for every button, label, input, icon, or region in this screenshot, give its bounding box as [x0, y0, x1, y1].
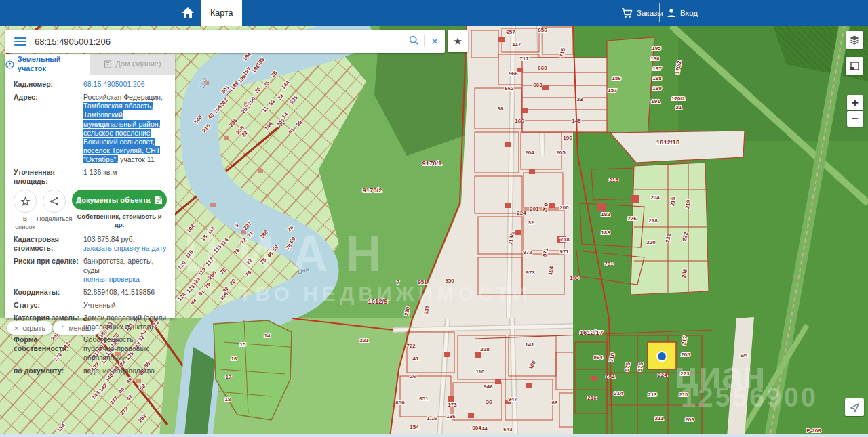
- add-to-list-button[interactable]: В список: [14, 190, 37, 231]
- address-highlighted: Тамбовская область, Тамбовский муниципал…: [83, 102, 160, 163]
- parcel-label: 204: [650, 194, 660, 201]
- order-certificate-link[interactable]: заказать справку на дату: [83, 244, 167, 253]
- parcel-label: 224: [517, 210, 526, 216]
- parcel-label: 173: [448, 402, 457, 408]
- parcel-label: 662: [505, 85, 514, 91]
- parcel-label: 21: [676, 104, 682, 110]
- parcel-label: 947: [508, 396, 517, 402]
- parcel-label: 200: [559, 205, 569, 211]
- area-row: Уточненная площадь: 1 136 кв.м: [14, 168, 167, 186]
- panel-tabs: Земельный участок Дом (здание): [5, 54, 175, 75]
- orders-button[interactable]: Заказы: [621, 0, 663, 26]
- person-icon: [5, 60, 14, 69]
- parcel-label: 226: [627, 215, 637, 222]
- parcel-label: 182: [601, 211, 610, 217]
- watermark-corner-number: 12556900: [681, 382, 818, 412]
- detail-row: Риски при сделке: банкротства, аресты, с…: [14, 257, 167, 283]
- menu-icon[interactable]: [14, 37, 26, 46]
- parcel-label: 663: [533, 82, 542, 88]
- kad-number-label: Кад.номер:: [14, 80, 83, 89]
- documents-block: Документы объекта Собственник, стоимость…: [72, 190, 167, 229]
- parcel-label: 643: [503, 426, 513, 432]
- parcel-label: 156: [612, 75, 621, 81]
- detail-row: Статус: Учтенный: [14, 301, 167, 310]
- parcel-label: 18: [225, 396, 231, 402]
- parcel-label: 26: [410, 373, 416, 379]
- parcel-label: 17: [226, 374, 232, 380]
- parcel-label: 718: [560, 236, 570, 243]
- kad-number-row: Кад.номер: 68:15:4905001:206: [14, 80, 167, 89]
- parcel-label: 972: [523, 249, 532, 255]
- login-label: Вход: [680, 9, 698, 17]
- parcel-label: 215: [609, 177, 618, 183]
- measure-area-button[interactable]: [846, 57, 863, 75]
- parcel-label: 1612/9: [368, 297, 387, 305]
- parcel-label: 654: [606, 374, 615, 380]
- parcel-label: 221: [359, 337, 369, 344]
- parcel-label: 32: [528, 220, 534, 226]
- parcel-label: 218: [648, 217, 658, 224]
- detail-row: Категория земель: Земли поселений (земли…: [14, 314, 167, 331]
- zoom-in-button[interactable]: +: [847, 95, 863, 110]
- parcel-label: 157: [608, 87, 617, 93]
- address-row: Адрес: Российская Федерация, Тамбовская …: [14, 93, 167, 164]
- home-button[interactable]: [176, 0, 199, 26]
- parcel-label: 214: [614, 390, 623, 396]
- parcel-label: 16: [231, 356, 237, 362]
- parcel-label: 216: [587, 395, 597, 401]
- parcel-label: 195: [652, 45, 661, 51]
- parcel-label: 657: [506, 29, 515, 35]
- favorite-star-button[interactable]: ★: [448, 30, 468, 52]
- cart-icon: [621, 8, 633, 18]
- tab-house-building[interactable]: Дом (здание): [90, 54, 175, 75]
- parcel-label: 98: [498, 106, 504, 112]
- login-button[interactable]: Вход: [667, 0, 698, 26]
- user-icon: [667, 8, 676, 18]
- parcel-label: 656: [538, 27, 547, 33]
- parcel-label: 204: [525, 150, 534, 156]
- parcel-label: 7: [397, 279, 400, 285]
- address-value: Российская Федерация, Тамбовская область…: [83, 93, 167, 164]
- panel-actions: В список Поделиться Документы объекта Со…: [14, 190, 167, 231]
- parcel-label: 205: [681, 352, 690, 358]
- parcel-label: 68: [552, 400, 558, 406]
- parcel-label: 650: [395, 400, 405, 406]
- parcel-label: 1612/18: [656, 138, 679, 146]
- zoom-out-button[interactable]: −: [847, 111, 863, 127]
- share-button[interactable]: Поделиться: [37, 190, 72, 223]
- address-label: Адрес:: [14, 93, 83, 164]
- parcel-label: 23: [577, 96, 583, 102]
- detail-row: по документу: ведение садоводства: [14, 367, 167, 375]
- parcel-label: 966: [509, 70, 518, 77]
- parcel-label: 141: [525, 341, 534, 348]
- object-documents-button[interactable]: Документы объекта: [72, 190, 167, 210]
- parcel-label: 201: [530, 206, 539, 212]
- parcel-label: 971: [559, 249, 569, 255]
- parcel-label: 946: [484, 383, 493, 390]
- clear-search-icon[interactable]: ✕: [425, 36, 445, 47]
- search-bar[interactable]: 68:15:4905001:206 ✕: [5, 30, 445, 53]
- parcel-label: 154: [410, 424, 419, 430]
- tab-land-parcel[interactable]: Земельный участок: [5, 54, 90, 75]
- tab-land-label: Земельный участок: [18, 55, 90, 74]
- tab-map-label: Карта: [210, 8, 233, 18]
- detail-row: Форма собственности: Собственность публи…: [14, 335, 167, 362]
- parcel-label: 717: [519, 56, 529, 62]
- search-input[interactable]: 68:15:4905001:206: [35, 37, 403, 47]
- detail-row: Координаты: 52.659408, 41.519856: [14, 288, 167, 297]
- parcel-label: 191: [651, 98, 660, 104]
- parcel-label: 196: [563, 135, 572, 141]
- locate-me-button[interactable]: [845, 398, 864, 416]
- parcel-label: 41: [413, 356, 419, 362]
- building-icon: [104, 60, 112, 68]
- bottom-strip: [0, 434, 868, 437]
- full-check-link[interactable]: полная проверка: [83, 275, 167, 284]
- search-icon[interactable]: [403, 35, 424, 47]
- kad-number-link[interactable]: 68:15:4905001:206: [83, 80, 167, 89]
- top-navigation-bar: Карта Заказы Вход: [0, 0, 868, 26]
- layers-button[interactable]: [846, 31, 863, 49]
- parcel-label: 14: [264, 333, 271, 339]
- tab-map[interactable]: Карта: [201, 0, 242, 26]
- parcel-label: 651: [419, 396, 429, 402]
- selected-parcel-marker: [657, 352, 667, 361]
